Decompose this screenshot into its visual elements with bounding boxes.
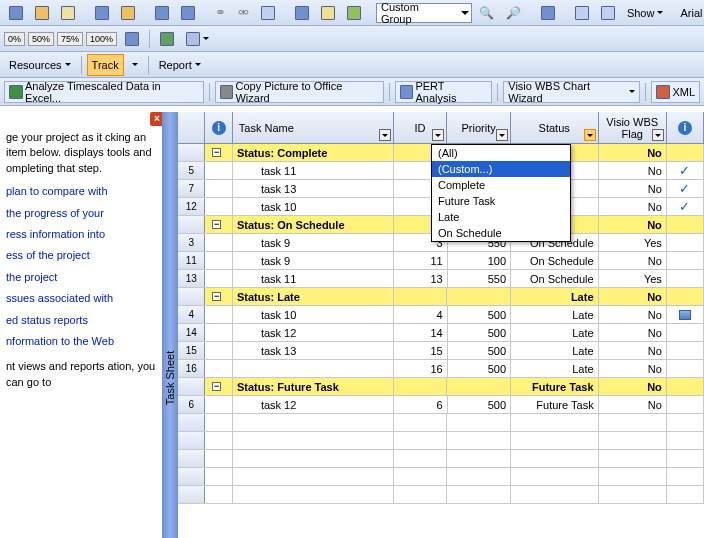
group-label: Status: On Schedule: [233, 216, 394, 233]
ind-cell: [667, 306, 704, 323]
unlink-icon[interactable]: ⚮: [233, 2, 254, 24]
zoom-out-icon[interactable]: 🔍: [474, 2, 499, 24]
task-cell: [233, 360, 394, 377]
close-icon[interactable]: ×: [150, 112, 162, 126]
gantt-icon[interactable]: [155, 28, 179, 50]
group-label: Status: Complete: [233, 144, 394, 161]
group-row[interactable]: −Status: Future TaskFuture TaskNo: [178, 378, 704, 396]
info-icon[interactable]: [290, 2, 314, 24]
id-cell: 4: [394, 306, 448, 323]
btn-generic-4[interactable]: [90, 2, 114, 24]
show-menu[interactable]: Show: [622, 2, 669, 24]
zoom-tool-icon[interactable]: [120, 28, 144, 50]
table-row[interactable]: 15task 1315500LateNo: [178, 342, 704, 360]
btn-generic-5[interactable]: [116, 2, 140, 24]
guide-link-5[interactable]: ssues associated with: [6, 291, 156, 306]
filter-item-custom[interactable]: (Custom...): [432, 161, 570, 177]
info-cell: [205, 468, 232, 485]
track-menu[interactable]: Track: [87, 54, 124, 76]
table-row[interactable]: [178, 414, 704, 432]
assign-icon[interactable]: [342, 2, 366, 24]
filter-item-complete[interactable]: Complete: [432, 177, 570, 193]
col-priority[interactable]: Priority: [447, 112, 510, 143]
analyze-excel-button[interactable]: Analyze Timescaled Data in Excel...: [4, 81, 204, 103]
col-info2[interactable]: i: [667, 112, 704, 143]
table-row[interactable]: 13task 1113550On ScheduleYes: [178, 270, 704, 288]
pri-cell: 500: [448, 324, 511, 341]
table-row[interactable]: 1616500LateNo: [178, 360, 704, 378]
view-splitter[interactable]: Task Sheet: [162, 112, 178, 538]
xml-button[interactable]: XML: [651, 81, 700, 103]
filter-btn-status[interactable]: [584, 129, 596, 141]
rownum-cell: 16: [178, 360, 205, 377]
col-status[interactable]: Status: [511, 112, 599, 143]
guide-link-2[interactable]: ress information into: [6, 227, 156, 242]
zoom-in-icon[interactable]: 🔎: [501, 2, 526, 24]
wbs-button[interactable]: Visio WBS Chart Wizard: [503, 81, 640, 103]
copy-picture-button[interactable]: Copy Picture to Office Wizard: [215, 81, 384, 103]
filter-item-late[interactable]: Late: [432, 209, 570, 225]
resources-menu[interactable]: Resources: [4, 54, 76, 76]
zoom-0[interactable]: 0%: [4, 32, 25, 46]
col-rownum[interactable]: [178, 112, 205, 143]
table-row[interactable]: 14task 1214500LateNo: [178, 324, 704, 342]
filter-item-onschedule[interactable]: On Schedule: [432, 225, 570, 241]
btn-generic-7[interactable]: [176, 2, 200, 24]
guide-link-6[interactable]: ed status reports: [6, 313, 156, 328]
guide-link-0[interactable]: plan to compare with: [6, 184, 156, 199]
btn-generic-3[interactable]: [56, 2, 80, 24]
rownum-cell: [178, 432, 205, 449]
zoom-75[interactable]: 75%: [57, 32, 83, 46]
table-row[interactable]: 6task 126500Future TaskNo: [178, 396, 704, 414]
group-row[interactable]: −Status: LateLateNo: [178, 288, 704, 306]
col-indicators[interactable]: i: [205, 112, 232, 143]
group-label: Status: Late: [233, 288, 394, 305]
zoom-100[interactable]: 100%: [86, 32, 117, 46]
col-wbsflag[interactable]: Visio WBSFlag: [599, 112, 667, 143]
stat-cell: Future Task: [511, 396, 599, 413]
guide-link-7[interactable]: nformation to the Web: [6, 334, 156, 349]
table-row[interactable]: 4task 104500LateNo: [178, 306, 704, 324]
info-cell: [205, 252, 232, 269]
ind-cell: [667, 378, 704, 395]
filter-btn-task[interactable]: [379, 129, 391, 141]
btn-generic-6[interactable]: [150, 2, 174, 24]
col-taskname[interactable]: Task Name: [233, 112, 394, 143]
guide-link-1[interactable]: the progress of your: [6, 206, 156, 221]
guide-link-4[interactable]: the project: [6, 270, 156, 285]
btn-generic-2[interactable]: [30, 2, 54, 24]
report-menu[interactable]: Report: [154, 54, 206, 76]
notes-icon[interactable]: [316, 2, 340, 24]
col-id[interactable]: ID: [394, 112, 448, 143]
table-row[interactable]: [178, 468, 704, 486]
pert-button[interactable]: PERT Analysis: [395, 81, 493, 103]
paste-icon[interactable]: [596, 2, 620, 24]
rownum-cell: [178, 378, 205, 395]
filter-item-all[interactable]: (All): [432, 145, 570, 161]
filter-btn-priority[interactable]: [496, 129, 508, 141]
track-dd[interactable]: [126, 54, 143, 76]
checkmark-icon: ✓: [679, 163, 690, 178]
filter-btn-id[interactable]: [432, 129, 444, 141]
wbs-cell: No: [599, 396, 667, 413]
table-row[interactable]: [178, 432, 704, 450]
filter-btn-wbs[interactable]: [652, 129, 664, 141]
rownum-cell: 4: [178, 306, 205, 323]
table-row[interactable]: [178, 450, 704, 468]
table-row[interactable]: [178, 486, 704, 504]
goto-icon[interactable]: [536, 2, 560, 24]
ind-cell: [667, 234, 704, 251]
link-icon[interactable]: ⚭: [210, 2, 231, 24]
table-row[interactable]: 11task 911100On ScheduleNo: [178, 252, 704, 270]
btn-generic-1[interactable]: [4, 2, 28, 24]
filter-dd-icon[interactable]: [181, 28, 214, 50]
task-cell: [233, 468, 394, 485]
filter-item-future[interactable]: Future Task: [432, 193, 570, 209]
zoom-50[interactable]: 50%: [28, 32, 54, 46]
group-dropdown[interactable]: Custom Group: [376, 3, 472, 23]
ind-cell: ✓: [667, 180, 704, 197]
split-icon[interactable]: [256, 2, 280, 24]
copy-icon[interactable]: [570, 2, 594, 24]
pri-cell: 100: [448, 252, 511, 269]
guide-link-3[interactable]: ess of the project: [6, 248, 156, 263]
